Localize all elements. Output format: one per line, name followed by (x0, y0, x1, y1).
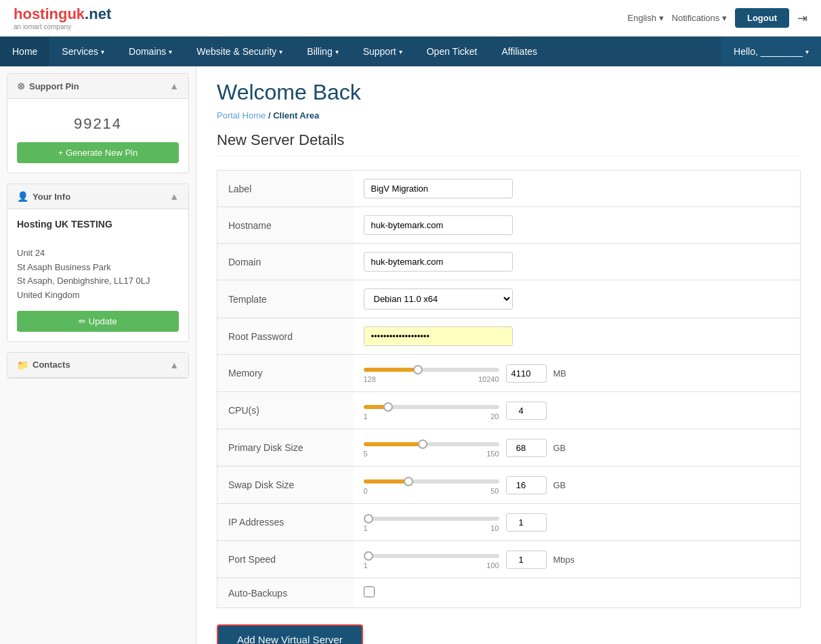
memory-slider-container: 128 10240 (364, 363, 499, 383)
domain-input[interactable] (364, 252, 513, 272)
breadcrumb-home[interactable]: Portal Home (217, 110, 266, 121)
disk-field-cell: 5 150 GB (353, 429, 801, 467)
main-layout: ⊗ Support Pin ▲ 99214 + Generate New Pin… (0, 66, 821, 644)
breadcrumb: Portal Home / Client Area (217, 110, 801, 121)
disk-slider-wrapper: 5 150 GB (364, 437, 790, 458)
disk-field-label: Primary Disk Size (217, 429, 353, 467)
cpu-field-label: CPU(s) (217, 392, 353, 429)
language-selector[interactable]: English ▾ (627, 13, 663, 23)
ip-field-label: IP Addresses (217, 504, 353, 541)
breadcrumb-current: Client Area (273, 110, 319, 121)
support-dropdown-arrow: ▾ (399, 48, 402, 56)
main-content: Welcome Back Portal Home / Client Area N… (196, 66, 821, 644)
label-field-label: Label (217, 171, 353, 207)
your-info-section: 👤 Your Info ▲ Hosting UK TESTING Unit 24… (7, 184, 189, 342)
services-dropdown-arrow: ▾ (101, 48, 104, 56)
root-password-field-label: Root Password (217, 318, 353, 355)
memory-slider[interactable] (364, 368, 499, 372)
template-row: Template Debian 11.0 x64 Ubuntu 22.04 x6… (217, 280, 801, 318)
top-bar: hostinguk.net an iomart company English … (0, 0, 821, 37)
nav-item-services[interactable]: Services ▾ (49, 37, 117, 66)
disk-slider[interactable] (364, 442, 499, 446)
cpu-slider-container: 1 20 (364, 400, 499, 421)
contacts-icon: 📁 (17, 360, 28, 370)
cpu-slider-labels: 1 20 (364, 412, 499, 421)
logo-area: hostinguk.net an iomart company (14, 5, 111, 30)
port-field-label: Port Speed (217, 541, 353, 578)
update-info-button[interactable]: ✏ Update (17, 311, 179, 332)
logout-button[interactable]: Logout (735, 8, 789, 28)
support-pin-collapse[interactable]: ▲ (169, 81, 179, 91)
domain-row: Domain (217, 244, 801, 280)
nav-item-home[interactable]: Home (0, 37, 49, 66)
template-select[interactable]: Debian 11.0 x64 Ubuntu 22.04 x64 CentOS … (364, 288, 513, 309)
swap-slider-labels: 0 50 (364, 487, 499, 495)
label-field-cell (353, 171, 801, 207)
memory-field-label: Memory (217, 355, 353, 392)
cpu-number-input[interactable] (506, 402, 547, 420)
cpu-slider[interactable] (364, 405, 499, 409)
port-slider[interactable] (364, 554, 499, 558)
support-pin-section: ⊗ Support Pin ▲ 99214 + Generate New Pin (7, 73, 189, 173)
domain-field-label: Domain (217, 244, 353, 280)
ip-number-input[interactable] (506, 513, 547, 532)
disk-row: Primary Disk Size 5 150 GB (217, 429, 801, 467)
support-pin-header-left: ⊗ Support Pin (17, 81, 79, 91)
memory-field-cell: 128 10240 MB (353, 355, 801, 392)
hostname-row: Hostname (217, 207, 801, 244)
nav-item-billing[interactable]: Billing ▾ (295, 37, 350, 66)
autobackups-field-label: Auto-Backups (217, 578, 353, 608)
nav-item-affiliates[interactable]: Affiliates (489, 37, 549, 66)
ip-slider[interactable] (364, 517, 499, 521)
your-info-collapse[interactable]: ▲ (169, 191, 179, 202)
contacts-header: 📁 Contacts ▲ (7, 353, 188, 378)
hostname-input[interactable] (364, 215, 513, 235)
memory-row: Memory 128 10240 MB (217, 355, 801, 392)
generate-pin-button[interactable]: + Generate New Pin (17, 142, 179, 163)
hello-dropdown-arrow: ▾ (805, 48, 809, 56)
root-password-field-cell (353, 318, 801, 355)
nav-item-open-ticket[interactable]: Open Ticket (415, 37, 490, 66)
port-row: Port Speed 1 100 Mbps (217, 541, 801, 578)
port-field-cell: 1 100 Mbps (353, 541, 801, 578)
swap-slider[interactable] (364, 479, 499, 484)
nav-item-website-security[interactable]: Website & Security ▾ (184, 37, 295, 66)
top-bar-actions: English ▾ Notifications ▾ Logout ⇥ (627, 8, 807, 28)
port-slider-labels: 1 100 (364, 561, 499, 570)
add-virtual-server-button[interactable]: Add New Virtual Server (217, 624, 363, 644)
domain-field-cell (353, 244, 801, 280)
label-input[interactable] (364, 179, 513, 198)
root-password-input[interactable] (364, 326, 513, 346)
memory-slider-wrapper: 128 10240 MB (364, 363, 790, 383)
autobackups-checkbox[interactable] (364, 586, 375, 597)
exit-icon[interactable]: ⇥ (797, 11, 807, 26)
port-number-input[interactable] (506, 551, 547, 569)
your-info-header-left: 👤 Your Info (17, 191, 70, 202)
swap-number-input[interactable] (506, 476, 547, 494)
logo-tld: .net (85, 5, 111, 22)
notifications-dropdown[interactable]: Notifications ▾ (672, 13, 727, 23)
address: Unit 24 St Asaph Business Park St Asaph,… (17, 232, 179, 303)
logo-text-main: hostinguk (14, 5, 85, 22)
your-info-body: Hosting UK TESTING Unit 24 St Asaph Busi… (7, 209, 188, 341)
welcome-title: Welcome Back (217, 80, 801, 105)
contacts-collapse[interactable]: ▲ (169, 360, 179, 370)
cpu-slider-wrapper: 1 20 (364, 400, 790, 421)
domains-dropdown-arrow: ▾ (169, 48, 172, 56)
logo: hostinguk.net (14, 5, 111, 23)
website-security-dropdown-arrow: ▾ (279, 48, 282, 56)
add-btn-row: Add New Virtual Server (217, 624, 801, 644)
swap-field-cell: 0 50 GB (353, 467, 801, 504)
template-field-label: Template (217, 280, 353, 318)
ip-slider-container: 1 10 (364, 512, 499, 532)
support-pin-body: 99214 + Generate New Pin (7, 99, 188, 173)
nav-item-domains[interactable]: Domains ▾ (117, 37, 184, 66)
disk-number-input[interactable] (506, 439, 547, 457)
contacts-section: 📁 Contacts ▲ (7, 352, 189, 379)
nav-item-support[interactable]: Support ▾ (351, 37, 415, 66)
swap-row: Swap Disk Size 0 50 GB (217, 467, 801, 504)
memory-number-input[interactable] (506, 364, 547, 383)
autobackups-field-cell (353, 578, 801, 608)
hello-nav[interactable]: Hello, ________ ▾ (721, 37, 821, 66)
pin-value: 99214 (17, 108, 179, 139)
